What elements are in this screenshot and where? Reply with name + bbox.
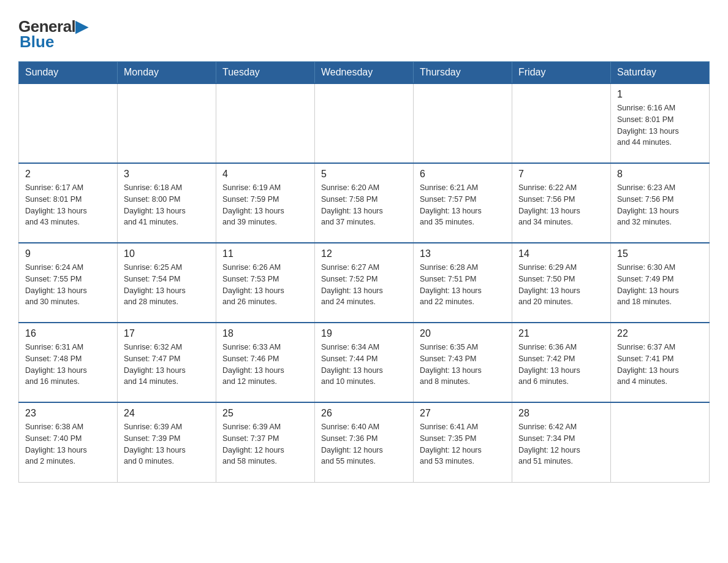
day-number: 3 [124, 169, 210, 180]
day-number: 6 [420, 169, 506, 180]
calendar-cell: 12Sunrise: 6:27 AM Sunset: 7:52 PM Dayli… [315, 243, 414, 323]
weekday-header-sunday: Sunday [19, 62, 118, 84]
week-row-4: 16Sunrise: 6:31 AM Sunset: 7:48 PM Dayli… [19, 323, 710, 402]
day-info: Sunrise: 6:26 AM Sunset: 7:53 PM Dayligh… [222, 262, 308, 308]
weekday-header-row: SundayMondayTuesdayWednesdayThursdayFrid… [19, 62, 710, 84]
day-info: Sunrise: 6:32 AM Sunset: 7:47 PM Dayligh… [124, 342, 210, 388]
calendar-cell: 13Sunrise: 6:28 AM Sunset: 7:51 PM Dayli… [414, 243, 512, 323]
calendar-cell: 8Sunrise: 6:23 AM Sunset: 7:56 PM Daylig… [611, 163, 710, 243]
calendar-table: SundayMondayTuesdayWednesdayThursdayFrid… [18, 61, 710, 483]
day-info: Sunrise: 6:35 AM Sunset: 7:43 PM Dayligh… [420, 342, 506, 388]
calendar-cell: 2Sunrise: 6:17 AM Sunset: 8:01 PM Daylig… [19, 163, 118, 243]
day-info: Sunrise: 6:37 AM Sunset: 7:41 PM Dayligh… [617, 342, 703, 388]
calendar-cell [118, 83, 216, 163]
day-number: 14 [518, 248, 604, 259]
calendar-cell [512, 83, 611, 163]
calendar-cell: 23Sunrise: 6:38 AM Sunset: 7:40 PM Dayli… [19, 402, 118, 482]
calendar-cell [611, 402, 710, 482]
calendar-cell: 16Sunrise: 6:31 AM Sunset: 7:48 PM Dayli… [19, 323, 118, 402]
day-number: 15 [617, 248, 703, 259]
day-number: 10 [124, 248, 210, 259]
weekday-header-thursday: Thursday [414, 62, 512, 84]
weekday-header-wednesday: Wednesday [315, 62, 414, 84]
day-info: Sunrise: 6:36 AM Sunset: 7:42 PM Dayligh… [518, 342, 604, 388]
day-info: Sunrise: 6:17 AM Sunset: 8:01 PM Dayligh… [25, 182, 111, 228]
weekday-header-monday: Monday [118, 62, 216, 84]
day-number: 19 [321, 328, 407, 339]
day-info: Sunrise: 6:21 AM Sunset: 7:57 PM Dayligh… [420, 182, 506, 228]
day-info: Sunrise: 6:40 AM Sunset: 7:36 PM Dayligh… [321, 421, 407, 467]
calendar-cell: 27Sunrise: 6:41 AM Sunset: 7:35 PM Dayli… [414, 402, 512, 482]
day-info: Sunrise: 6:38 AM Sunset: 7:40 PM Dayligh… [25, 421, 111, 467]
weekday-header-saturday: Saturday [611, 62, 710, 84]
day-info: Sunrise: 6:33 AM Sunset: 7:46 PM Dayligh… [222, 342, 308, 388]
day-number: 26 [321, 408, 407, 419]
day-info: Sunrise: 6:23 AM Sunset: 7:56 PM Dayligh… [617, 182, 703, 228]
day-info: Sunrise: 6:18 AM Sunset: 8:00 PM Dayligh… [124, 182, 210, 228]
day-info: Sunrise: 6:28 AM Sunset: 7:51 PM Dayligh… [420, 262, 506, 308]
day-number: 2 [25, 169, 111, 180]
calendar-cell: 19Sunrise: 6:34 AM Sunset: 7:44 PM Dayli… [315, 323, 414, 402]
day-number: 9 [25, 248, 111, 259]
day-number: 28 [518, 408, 604, 419]
page-header: General▶ Blue [18, 12, 710, 52]
calendar-cell: 6Sunrise: 6:21 AM Sunset: 7:57 PM Daylig… [414, 163, 512, 243]
day-number: 12 [321, 248, 407, 259]
day-number: 21 [518, 328, 604, 339]
calendar-cell: 14Sunrise: 6:29 AM Sunset: 7:50 PM Dayli… [512, 243, 611, 323]
day-number: 23 [25, 408, 111, 419]
calendar-cell: 3Sunrise: 6:18 AM Sunset: 8:00 PM Daylig… [118, 163, 216, 243]
day-info: Sunrise: 6:19 AM Sunset: 7:59 PM Dayligh… [222, 182, 308, 228]
calendar-cell: 25Sunrise: 6:39 AM Sunset: 7:37 PM Dayli… [216, 402, 315, 482]
logo: General▶ Blue [18, 12, 88, 52]
calendar-cell [216, 83, 315, 163]
day-number: 17 [124, 328, 210, 339]
day-number: 16 [25, 328, 111, 339]
calendar-cell: 7Sunrise: 6:22 AM Sunset: 7:56 PM Daylig… [512, 163, 611, 243]
calendar-cell: 17Sunrise: 6:32 AM Sunset: 7:47 PM Dayli… [118, 323, 216, 402]
calendar-cell: 22Sunrise: 6:37 AM Sunset: 7:41 PM Dayli… [611, 323, 710, 402]
logo-triangle: ▶ [75, 17, 88, 36]
calendar-cell: 24Sunrise: 6:39 AM Sunset: 7:39 PM Dayli… [118, 402, 216, 482]
weekday-header-friday: Friday [512, 62, 611, 84]
day-info: Sunrise: 6:20 AM Sunset: 7:58 PM Dayligh… [321, 182, 407, 228]
calendar-cell: 28Sunrise: 6:42 AM Sunset: 7:34 PM Dayli… [512, 402, 611, 482]
calendar-cell: 9Sunrise: 6:24 AM Sunset: 7:55 PM Daylig… [19, 243, 118, 323]
week-row-3: 9Sunrise: 6:24 AM Sunset: 7:55 PM Daylig… [19, 243, 710, 323]
week-row-2: 2Sunrise: 6:17 AM Sunset: 8:01 PM Daylig… [19, 163, 710, 243]
day-number: 25 [222, 408, 308, 419]
day-number: 27 [420, 408, 506, 419]
day-info: Sunrise: 6:25 AM Sunset: 7:54 PM Dayligh… [124, 262, 210, 308]
day-number: 1 [617, 89, 703, 100]
day-number: 18 [222, 328, 308, 339]
day-info: Sunrise: 6:41 AM Sunset: 7:35 PM Dayligh… [420, 421, 506, 467]
day-number: 22 [617, 328, 703, 339]
calendar-cell [315, 83, 414, 163]
day-info: Sunrise: 6:39 AM Sunset: 7:39 PM Dayligh… [124, 421, 210, 467]
day-info: Sunrise: 6:34 AM Sunset: 7:44 PM Dayligh… [321, 342, 407, 388]
day-info: Sunrise: 6:24 AM Sunset: 7:55 PM Dayligh… [25, 262, 111, 308]
calendar-cell: 18Sunrise: 6:33 AM Sunset: 7:46 PM Dayli… [216, 323, 315, 402]
day-info: Sunrise: 6:16 AM Sunset: 8:01 PM Dayligh… [617, 102, 703, 148]
day-number: 4 [222, 169, 308, 180]
weekday-header-tuesday: Tuesday [216, 62, 315, 84]
day-number: 11 [222, 248, 308, 259]
calendar-cell: 26Sunrise: 6:40 AM Sunset: 7:36 PM Dayli… [315, 402, 414, 482]
calendar-cell: 1Sunrise: 6:16 AM Sunset: 8:01 PM Daylig… [611, 83, 710, 163]
day-number: 13 [420, 248, 506, 259]
day-info: Sunrise: 6:31 AM Sunset: 7:48 PM Dayligh… [25, 342, 111, 388]
day-number: 24 [124, 408, 210, 419]
day-number: 7 [518, 169, 604, 180]
calendar-cell: 20Sunrise: 6:35 AM Sunset: 7:43 PM Dayli… [414, 323, 512, 402]
week-row-5: 23Sunrise: 6:38 AM Sunset: 7:40 PM Dayli… [19, 402, 710, 482]
day-info: Sunrise: 6:29 AM Sunset: 7:50 PM Dayligh… [518, 262, 604, 308]
calendar-cell: 4Sunrise: 6:19 AM Sunset: 7:59 PM Daylig… [216, 163, 315, 243]
day-info: Sunrise: 6:39 AM Sunset: 7:37 PM Dayligh… [222, 421, 308, 467]
calendar-cell: 15Sunrise: 6:30 AM Sunset: 7:49 PM Dayli… [611, 243, 710, 323]
logo-blue-text: Blue [18, 33, 54, 52]
calendar-cell: 10Sunrise: 6:25 AM Sunset: 7:54 PM Dayli… [118, 243, 216, 323]
day-info: Sunrise: 6:30 AM Sunset: 7:49 PM Dayligh… [617, 262, 703, 308]
day-number: 20 [420, 328, 506, 339]
day-info: Sunrise: 6:27 AM Sunset: 7:52 PM Dayligh… [321, 262, 407, 308]
calendar-cell [19, 83, 118, 163]
